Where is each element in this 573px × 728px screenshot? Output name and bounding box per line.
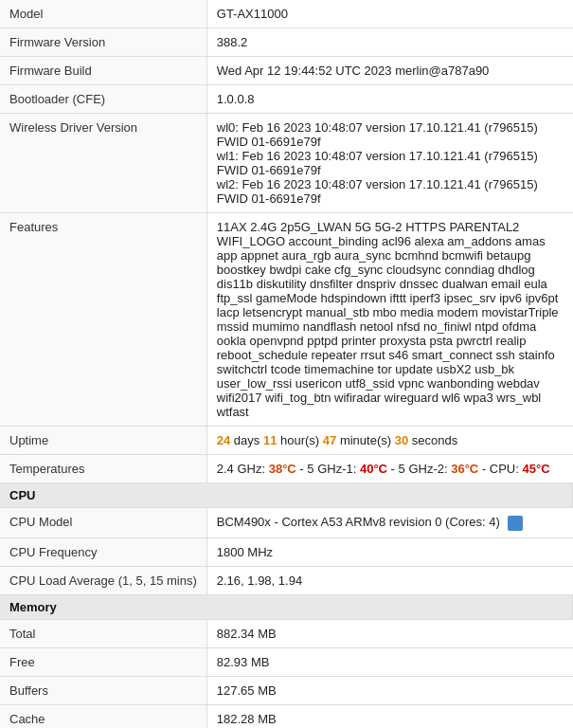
ghz24-temp: 38°C <box>269 462 296 476</box>
uptime-hours: 11 <box>263 433 277 447</box>
row-value-10: 1800 MHz <box>206 537 572 566</box>
ghz52-label: 5 GHz-2: <box>399 462 448 476</box>
row-label-16: Cache <box>0 704 206 728</box>
temperatures-value: 2.4 GHz: 38°C - 5 GHz-1: 40°C - 5 GHz-2:… <box>206 455 572 483</box>
ghz51-temp: 40°C <box>360 462 387 476</box>
row-label-13: Total <box>0 619 206 647</box>
ghz52-temp: 36°C <box>451 462 478 476</box>
row-label-4: Wireless Driver Version <box>0 114 206 213</box>
section-header-memory: Memory <box>0 594 573 619</box>
uptime-secs: 30 <box>395 433 408 447</box>
row-value-0: GT-AX11000 <box>206 0 572 28</box>
cpu-model-value: BCM490x - Cortex A53 ARMv8 revision 0 (C… <box>206 508 572 538</box>
section-header-cpu: CPU <box>0 483 573 508</box>
uptime-days: 24 <box>217 433 230 447</box>
row-label-0: Model <box>0 0 206 28</box>
ghz51-label: 5 GHz-1: <box>307 462 356 476</box>
row-label-2: Firmware Build <box>0 57 206 85</box>
row-value-1: 388.2 <box>206 28 572 57</box>
row-value-2: Wed Apr 12 19:44:52 UTC 2023 merlin@a787… <box>206 57 572 85</box>
row-label-5: Features <box>0 213 206 427</box>
row-value-5: 11AX 2.4G 2p5G_LWAN 5G 5G-2 HTTPS PARENT… <box>206 213 572 427</box>
row-value-15: 127.65 MB <box>206 676 572 704</box>
system-info-table: ModelGT-AX11000Firmware Version388.2Firm… <box>0 0 573 728</box>
row-label-15: Buffers <box>0 676 206 704</box>
row-label-11: CPU Load Average (1, 5, 15 mins) <box>0 566 206 594</box>
row-label-3: Bootloader (CFE) <box>0 85 206 114</box>
row-value-11: 2.16, 1.98, 1.94 <box>206 566 572 594</box>
row-value-13: 882.34 MB <box>206 619 572 647</box>
cpu-icon <box>508 516 523 531</box>
uptime-label: Uptime <box>0 427 206 455</box>
cpu-temp-label: CPU: <box>490 462 519 476</box>
row-value-14: 82.93 MB <box>206 647 572 676</box>
uptime-mins: 47 <box>323 433 336 447</box>
row-label-1: Firmware Version <box>0 28 206 57</box>
row-value-3: 1.0.0.8 <box>206 85 572 114</box>
row-value-4: wl0: Feb 16 2023 10:48:07 version 17.10.… <box>206 114 572 213</box>
ghz24-label: 2.4 GHz: <box>217 462 265 476</box>
temperatures-label: Temperatures <box>0 455 206 483</box>
row-label-10: CPU Frequency <box>0 537 206 566</box>
uptime-value: 24 days 11 hour(s) 47 minute(s) 30 secon… <box>206 427 572 455</box>
cpu-temp: 45°C <box>522 462 549 476</box>
row-value-16: 182.28 MB <box>206 704 572 728</box>
cpu-model-label: CPU Model <box>0 508 206 538</box>
row-label-14: Free <box>0 647 206 676</box>
